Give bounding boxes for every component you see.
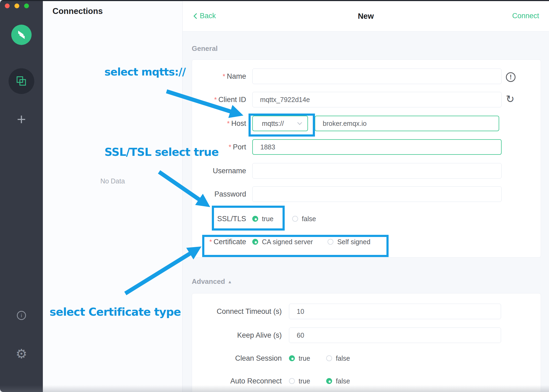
auto-reconnect-true-radio[interactable]: true [289,377,310,385]
certificate-ca-radio[interactable]: CA signed server [252,238,313,246]
radio-icon [289,355,295,361]
client-id-row: *Client ID [192,92,541,107]
host-row: *Host mqtts:// [192,116,541,131]
required-marker: * [229,143,231,151]
general-card: *Name *Client ID *Host mqtts:// [192,59,541,258]
plus-icon: + [17,110,26,128]
traffic-light-minimize-button[interactable] [14,3,19,8]
certificate-row: *Certificate CA signed server Self signe… [192,234,541,250]
about-button[interactable]: i [17,311,26,320]
general-section-title: General [192,44,218,53]
empty-list-text: No Data [43,177,182,185]
port-label: *Port [192,143,246,151]
connections-panel-title: Connections [52,6,103,16]
certificate-self-signed-radio[interactable]: Self signed [328,238,370,246]
form-header: Back New Connect [183,0,549,32]
info-icon: i [21,312,22,319]
keep-alive-input[interactable] [289,327,501,343]
auto-reconnect-false-radio[interactable]: false [326,377,350,385]
radio-icon [252,216,258,222]
auto-reconnect-true-label: true [299,377,310,385]
port-row: *Port [192,139,541,155]
host-input[interactable] [315,116,499,131]
client-id-label: *Client ID [192,96,246,104]
clean-session-true-label: true [299,355,310,362]
certificate-ca-label: CA signed server [262,238,313,246]
clean-session-label: Clean Session [192,354,282,363]
radio-icon [292,216,298,222]
connect-timeout-row: Connect Timeout (s) [192,304,541,319]
username-input[interactable] [252,163,502,179]
auto-reconnect-label: Auto Reconnect [192,377,282,385]
clean-session-true-radio[interactable]: true [289,355,310,362]
password-label: Password [192,190,246,198]
connect-timeout-input[interactable] [289,304,501,319]
traffic-light-zoom-button[interactable] [24,3,29,8]
ssl-true-label: true [262,215,273,223]
keep-alive-row: Keep Alive (s) [192,327,541,343]
form-body: General *Name *Client ID *Host [183,32,549,392]
ssl-tls-row: SSL/TLS true false [192,211,541,227]
protocol-selected-value: mqtts:// [262,120,297,127]
mqttx-window: + i ⚙ Connections No Data Back New Conne… [0,0,549,392]
connect-button[interactable]: Connect [512,12,539,20]
gear-icon: ⚙ [16,347,27,361]
radio-icon [252,239,258,245]
page-title: New [183,12,549,21]
advanced-section-title[interactable]: Advanced▲ [192,277,232,286]
host-label: *Host [192,119,246,128]
new-connection-button[interactable]: + [0,111,43,127]
mqttx-logo [11,25,32,45]
ssl-false-label: false [302,215,316,223]
keep-alive-label: Keep Alive (s) [192,331,282,340]
clean-session-false-label: false [336,355,350,362]
advanced-card: Connect Timeout (s) Keep Alive (s) Clean… [192,293,541,392]
window-top-edge [0,0,549,1]
client-id-refresh-icon[interactable]: ↻ [506,94,514,104]
required-marker: * [227,120,230,127]
radio-icon [289,378,295,384]
certificate-label: *Certificate [192,238,246,246]
protocol-select[interactable]: mqtts:// [252,116,308,131]
password-row: Password [192,186,541,202]
connections-squares-icon [16,76,27,87]
required-marker: * [223,73,225,80]
username-row: Username [192,163,541,179]
certificate-self-signed-label: Self signed [337,238,370,246]
sidebar-item-connections[interactable] [9,68,34,94]
connections-panel: Connections No Data [43,0,183,392]
password-input[interactable] [252,186,502,202]
traffic-light-close-button[interactable] [5,3,10,8]
ssl-false-radio[interactable]: false [292,215,316,223]
clean-session-row: Clean Session true false [192,350,541,366]
port-input[interactable] [252,139,502,155]
auto-reconnect-false-label: false [336,377,350,385]
chevron-down-icon [297,122,302,125]
radio-icon [326,378,332,384]
required-marker: * [209,238,212,246]
mqttx-logo-icon [16,29,27,41]
app-sidebar: + i ⚙ [0,0,43,392]
name-warning-icon[interactable]: ! [506,72,516,82]
radio-icon [328,239,333,245]
ssl-true-radio[interactable]: true [252,215,273,223]
name-row: *Name [192,69,541,84]
client-id-input[interactable] [252,92,502,107]
collapse-triangle-icon: ▲ [228,280,232,284]
radio-icon [326,355,332,361]
username-label: Username [192,167,246,175]
name-input[interactable] [252,69,502,84]
ssl-tls-label: SSL/TLS [192,215,246,223]
auto-reconnect-row: Auto Reconnect true false [192,373,541,389]
required-marker: * [214,96,217,103]
main-area: Back New Connect General *Name *Client I… [183,0,549,392]
name-label: *Name [192,72,246,81]
settings-button[interactable]: ⚙ [0,348,43,360]
connect-timeout-label: Connect Timeout (s) [192,307,282,316]
clean-session-false-radio[interactable]: false [326,355,350,362]
